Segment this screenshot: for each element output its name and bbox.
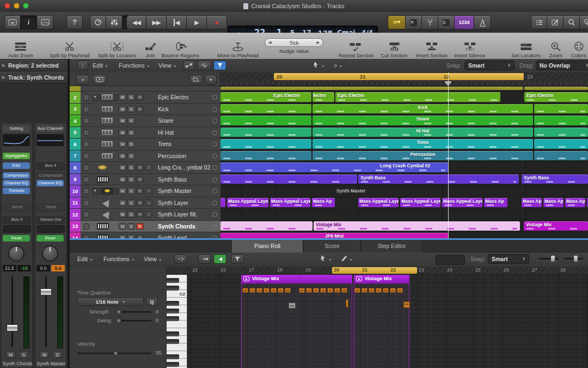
midi-note[interactable] <box>299 288 305 293</box>
track-lane[interactable]: Percussion <box>220 150 588 162</box>
region-synth-bass[interactable]: Synth Bass <box>522 174 588 184</box>
mute-button[interactable]: M <box>40 351 49 358</box>
track-lane[interactable] <box>220 86 588 92</box>
track-header-hi-hat[interactable]: 5MSHi Hat <box>70 127 220 139</box>
mute-button[interactable]: M <box>119 211 126 218</box>
black-key[interactable] <box>167 339 179 344</box>
midi-in-button[interactable] <box>198 254 211 264</box>
channel-strip-name[interactable]: Synth Chords <box>1 361 34 366</box>
track-number[interactable]: 5 <box>70 127 81 138</box>
midi-note[interactable] <box>285 288 291 293</box>
region-mass-ap[interactable]: Mass Ap <box>312 198 335 208</box>
track-lane[interactable]: Epic ElectrolectroEpic ElectroEpic Elect… <box>220 92 588 104</box>
region[interactable] <box>220 139 311 149</box>
region-hi-hat[interactable]: Hi Hat <box>313 128 533 137</box>
mute-button[interactable]: M <box>119 234 126 238</box>
fader-cap[interactable] <box>7 324 18 331</box>
midi-note[interactable] <box>334 288 340 293</box>
playhead-marker[interactable] <box>444 81 452 86</box>
region-jp8-mini[interactable]: JP8 Mini <box>220 233 448 238</box>
track-on-checkbox[interactable] <box>83 165 89 171</box>
record-enable-button[interactable]: R <box>136 176 144 183</box>
drag-dropdown[interactable]: No Overlap⬍ <box>536 61 588 70</box>
track-header-snare[interactable]: 4MSSnare <box>70 115 220 127</box>
record-enable-button[interactable]: R <box>136 106 144 112</box>
freeze-icon[interactable] <box>212 189 217 194</box>
region[interactable] <box>220 87 523 90</box>
record-enable-button[interactable]: R <box>136 234 144 238</box>
midi-note[interactable] <box>354 288 360 293</box>
track-lane[interactable]: Synth BassSynth Bass <box>220 174 588 186</box>
toolbar-item-zoom[interactable]: Zoom <box>549 38 562 58</box>
solo-button[interactable]: S <box>127 141 135 147</box>
region-toms[interactable]: Toms <box>313 139 533 149</box>
snap-dropdown[interactable]: Smart⬍ <box>464 61 514 70</box>
automation-button[interactable] <box>183 61 195 70</box>
record-enable-button[interactable]: R <box>136 94 144 100</box>
forward-button[interactable]: ▶▶ <box>146 15 167 29</box>
strip-slot-read[interactable]: Read <box>3 235 30 242</box>
solo-button[interactable]: S <box>127 176 135 183</box>
solo-button[interactable]: S <box>127 211 135 218</box>
midi-note[interactable] <box>278 288 284 293</box>
mute-button[interactable]: M <box>119 141 126 147</box>
record-enable-button[interactable]: R <box>136 211 144 218</box>
track-name[interactable]: Hi Hat <box>158 127 174 138</box>
region[interactable] <box>220 151 311 161</box>
track-on-checkbox[interactable] <box>83 177 89 183</box>
track-on-checkbox[interactable] <box>83 212 89 218</box>
track-lane[interactable]: Snare <box>220 115 588 127</box>
track-on-checkbox[interactable] <box>83 94 89 100</box>
midi-note[interactable] <box>289 303 296 309</box>
note-pads-button[interactable] <box>547 15 564 29</box>
mute-button[interactable]: M <box>119 117 126 124</box>
track-zoom-button[interactable]: ▼ <box>205 75 217 85</box>
flex-button[interactable] <box>197 61 211 70</box>
region-vintage-mix[interactable]: Vintage Mix <box>314 221 520 231</box>
track-number[interactable]: 6 <box>70 138 81 150</box>
track-lane[interactable]: Long Crash Cymbal 02 <box>220 162 588 174</box>
track-header-percussion[interactable]: 7MSPercussion <box>70 150 220 162</box>
region-inspector-header[interactable]: ▶Region: 2 selected <box>0 59 68 71</box>
region-mass-appeal-laye[interactable]: Mass Appeal Laye <box>270 198 310 208</box>
strip-slot-send[interactable]: Send <box>3 204 31 212</box>
list-editors-button[interactable] <box>531 15 547 29</box>
strip-slot-empty[interactable] <box>3 225 31 233</box>
editor-command-click-tool[interactable]: ▼ <box>341 255 353 264</box>
track-name[interactable]: Toms <box>158 138 171 150</box>
solo-button[interactable]: S <box>127 164 135 171</box>
strip-slot-tremolo[interactable]: Tremolo <box>3 188 30 194</box>
count-in-button[interactable]: 1234 <box>455 15 474 29</box>
midi-note[interactable] <box>397 288 403 293</box>
nudge-value-stepper[interactable]: ◀Tick▶ <box>265 38 323 47</box>
editor-filter-button[interactable] <box>231 254 244 264</box>
track-name[interactable]: Snare <box>158 115 173 126</box>
freeze-icon[interactable] <box>212 95 217 100</box>
solo-button[interactable]: S <box>127 223 135 230</box>
swing-slider[interactable] <box>118 320 151 322</box>
solo-button[interactable]: S <box>19 351 28 358</box>
inspector-button[interactable]: i <box>21 15 37 29</box>
solo-button[interactable]: S <box>127 129 135 136</box>
region-mass-appeal-laye[interactable]: Mass Appeal Laye <box>358 198 399 208</box>
media-browser-button[interactable]: ♪ <box>580 15 588 29</box>
mute-button[interactable]: M <box>119 176 126 183</box>
track-name[interactable]: Synth Master <box>158 185 192 197</box>
editor-split-divider[interactable] <box>70 238 588 240</box>
record-enable-button[interactable]: R <box>136 223 144 230</box>
solo-button[interactable]: S <box>127 94 135 100</box>
loop-browser-button[interactable] <box>564 15 580 29</box>
region-vintage-mix[interactable]: Vintage Mix <box>524 221 588 231</box>
level-meter-value[interactable]: -16 <box>17 265 31 272</box>
track-number[interactable]: 7 <box>70 150 81 162</box>
black-key[interactable] <box>167 278 179 283</box>
toolbar-item-nudge-value[interactable]: ◀Tick▶Nudge Value <box>265 36 323 54</box>
smart-controls-button[interactable] <box>90 15 106 29</box>
library-button[interactable] <box>4 15 21 29</box>
cycle-region[interactable] <box>332 267 417 274</box>
freeze-icon[interactable] <box>212 130 217 135</box>
solo-mode-button[interactable]: S <box>438 15 455 29</box>
toolbar-item-join[interactable]: Join <box>144 38 156 58</box>
track-header-epic-electro[interactable]: 2▼MSREpic Electro <box>70 92 220 104</box>
freeze-icon[interactable] <box>212 118 217 123</box>
